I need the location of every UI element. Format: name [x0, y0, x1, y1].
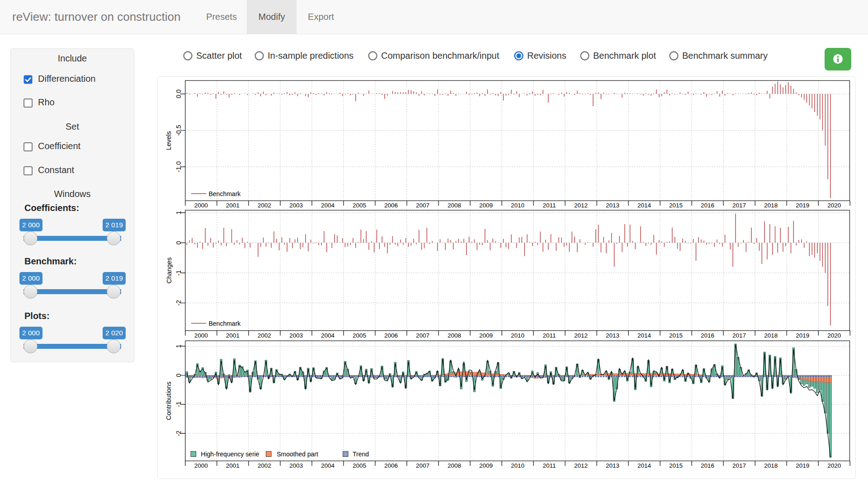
svg-text:2013: 2013	[606, 202, 619, 209]
svg-text:2016: 2016	[701, 332, 714, 339]
svg-text:2016: 2016	[701, 462, 714, 469]
svg-text:2020: 2020	[827, 462, 841, 469]
svg-text:2014: 2014	[637, 462, 651, 469]
svg-text:2011: 2011	[542, 202, 556, 209]
svg-text:2018: 2018	[764, 332, 778, 339]
svg-text:2011: 2011	[542, 462, 556, 469]
svg-text:Smoothed part: Smoothed part	[277, 450, 318, 458]
svg-text:2002: 2002	[258, 202, 271, 209]
svg-text:2002: 2002	[258, 332, 271, 339]
svg-text:2018: 2018	[764, 202, 778, 209]
svg-text:2011: 2011	[542, 332, 556, 339]
svg-text:2006: 2006	[384, 462, 398, 469]
svg-text:2015: 2015	[669, 202, 683, 209]
svg-text:2019: 2019	[796, 332, 809, 339]
svg-text:2015: 2015	[669, 332, 683, 339]
svg-text:2009: 2009	[479, 462, 493, 469]
svg-text:2009: 2009	[479, 332, 493, 339]
svg-text:2010: 2010	[511, 332, 524, 339]
svg-text:2017: 2017	[732, 332, 746, 339]
svg-text:Levels: Levels	[165, 131, 173, 150]
svg-text:2004: 2004	[321, 332, 335, 339]
svg-text:2012: 2012	[574, 332, 588, 339]
svg-text:2003: 2003	[289, 202, 303, 209]
svg-text:2005: 2005	[353, 462, 366, 469]
svg-text:2013: 2013	[606, 332, 619, 339]
svg-text:2014: 2014	[637, 332, 651, 339]
svg-text:2004: 2004	[321, 202, 335, 209]
svg-text:2008: 2008	[448, 332, 461, 339]
svg-text:2004: 2004	[321, 462, 335, 469]
svg-text:2015: 2015	[669, 462, 683, 469]
svg-text:2006: 2006	[384, 202, 398, 209]
svg-text:2000: 2000	[194, 462, 208, 469]
svg-text:2020: 2020	[827, 332, 841, 339]
svg-text:2003: 2003	[289, 332, 303, 339]
svg-text:2010: 2010	[511, 202, 524, 209]
svg-text:2007: 2007	[416, 332, 429, 339]
svg-text:2005: 2005	[353, 202, 366, 209]
svg-text:2018: 2018	[764, 462, 778, 469]
svg-text:2008: 2008	[448, 202, 461, 209]
svg-text:2019: 2019	[796, 462, 809, 469]
svg-text:2001: 2001	[226, 462, 240, 469]
svg-text:2003: 2003	[289, 462, 303, 469]
svg-text:2013: 2013	[606, 462, 619, 469]
svg-text:2001: 2001	[226, 332, 240, 339]
svg-text:2016: 2016	[701, 202, 714, 209]
svg-text:2014: 2014	[637, 202, 651, 209]
svg-text:2000: 2000	[194, 332, 208, 339]
svg-text:High-frequency serie: High-frequency serie	[201, 450, 259, 458]
svg-text:2002: 2002	[258, 462, 271, 469]
svg-text:2017: 2017	[732, 462, 746, 469]
svg-text:2020: 2020	[827, 202, 841, 209]
svg-text:Changes: Changes	[165, 257, 173, 283]
svg-text:2017: 2017	[732, 202, 746, 209]
svg-text:Contributions: Contributions	[165, 381, 173, 420]
svg-text:2010: 2010	[511, 462, 524, 469]
svg-text:2005: 2005	[353, 332, 366, 339]
svg-text:2001: 2001	[226, 202, 240, 209]
svg-text:2000: 2000	[194, 202, 208, 209]
svg-text:2009: 2009	[479, 202, 493, 209]
svg-text:Benchmark: Benchmark	[209, 320, 241, 327]
svg-text:2012: 2012	[574, 202, 588, 209]
svg-text:2006: 2006	[384, 332, 398, 339]
svg-text:2008: 2008	[448, 462, 461, 469]
svg-text:2019: 2019	[796, 202, 809, 209]
svg-text:Benchmark: Benchmark	[209, 190, 241, 197]
svg-text:Trend: Trend	[353, 450, 369, 458]
svg-text:2007: 2007	[416, 462, 429, 469]
svg-text:2012: 2012	[574, 462, 588, 469]
svg-text:2007: 2007	[416, 202, 429, 209]
